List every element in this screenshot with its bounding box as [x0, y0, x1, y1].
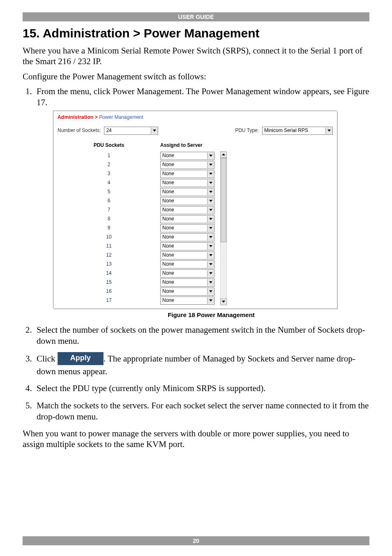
column-header-assigned-to-server: Assignd to Server [160, 142, 242, 149]
step-2-text: Select the number of sockets on the powe… [37, 325, 365, 346]
table-row: 9None [58, 224, 218, 233]
step-1-text: From the menu, click Power Management. T… [37, 86, 369, 107]
table-row: 17None [58, 296, 218, 305]
chevron-down-icon [207, 225, 214, 232]
scroll-thumb[interactable] [221, 158, 226, 242]
closing-paragraph: When you want to power manage the server… [23, 428, 369, 450]
steps-list: From the menu, click Power Management. T… [23, 86, 369, 422]
assigned-server-select[interactable]: None [160, 152, 214, 160]
scroll-up-button[interactable] [220, 151, 227, 158]
step-2: Select the number of sockets on the powe… [34, 324, 369, 347]
step-1: From the menu, click Power Management. T… [34, 86, 369, 319]
step-4: Select the PDU type (currently only Mini… [34, 383, 369, 394]
socket-number: 3 [58, 171, 160, 177]
socket-number: 11 [58, 243, 160, 250]
page-number: 20 [193, 537, 199, 544]
table-row: 6None [58, 197, 218, 206]
assigned-server-select[interactable]: None [160, 278, 214, 287]
table-row: 7None [58, 206, 218, 215]
assigned-server-select[interactable]: None [160, 233, 214, 241]
scrollbar[interactable] [220, 151, 227, 305]
intro-paragraph-2: Configure the Power Management switch as… [23, 71, 369, 82]
number-of-sockets-value: 24 [104, 127, 151, 134]
step-5-text: Match the sockets to the servers. For ea… [37, 401, 369, 422]
step-5: Match the sockets to the servers. For ea… [34, 400, 369, 423]
pdu-type-value: Minicom Serial RPS [263, 127, 325, 134]
scroll-down-button[interactable] [220, 299, 227, 305]
table-row: 15None [58, 278, 218, 287]
assigned-server-select[interactable]: None [160, 269, 214, 278]
assigned-server-select[interactable]: None [160, 224, 214, 232]
table-row: 11None [58, 242, 218, 251]
figure-caption: Figure 18 Power Management [53, 311, 369, 319]
table-row: 5None [58, 188, 218, 197]
breadcrumb: Administration > Power Management [58, 113, 333, 127]
header-title: USER GUIDE [178, 14, 214, 20]
assigned-server-select[interactable]: None [160, 287, 214, 296]
number-of-sockets-select[interactable]: 24 [104, 127, 158, 135]
scroll-track[interactable] [220, 158, 227, 299]
assigned-server-value: None [161, 252, 207, 259]
table-row: 14None [58, 269, 218, 278]
assigned-server-value: None [161, 288, 207, 295]
assigned-server-select[interactable]: None [160, 179, 214, 187]
assigned-server-value: None [161, 261, 207, 268]
socket-number: 5 [58, 189, 160, 195]
socket-number: 17 [58, 297, 160, 304]
assigned-server-value: None [161, 180, 207, 186]
assigned-server-value: None [161, 153, 207, 159]
assigned-server-select[interactable]: None [160, 206, 214, 214]
breadcrumb-power-management: Power Management [99, 114, 143, 120]
assigned-server-value: None [161, 297, 207, 304]
section-heading: 15. Administration > Power Management [23, 26, 369, 40]
chevron-down-icon [207, 243, 214, 250]
table-row: 16None [58, 287, 218, 296]
socket-number: 8 [58, 216, 160, 222]
assigned-server-select[interactable]: None [160, 161, 214, 169]
assigned-server-select[interactable]: None [160, 170, 214, 178]
table-row: 3None [58, 169, 218, 178]
socket-number: 4 [58, 180, 160, 186]
step-4-text: Select the PDU type (currently only Mini… [37, 383, 266, 393]
chevron-down-icon [207, 216, 214, 222]
assigned-server-value: None [161, 225, 207, 232]
assigned-server-select[interactable]: None [160, 260, 214, 269]
socket-number: 2 [58, 162, 160, 168]
assigned-server-select[interactable]: None [160, 197, 214, 205]
chevron-down-icon [207, 189, 214, 195]
assigned-server-select[interactable]: None [160, 297, 214, 305]
socket-number: 12 [58, 252, 160, 259]
socket-number: 7 [58, 207, 160, 213]
figure-18: Administration > Power Management Number… [53, 111, 369, 319]
chevron-down-icon [222, 301, 225, 303]
chevron-down-icon [207, 198, 214, 204]
apply-button[interactable]: Apply [58, 352, 104, 365]
assigned-server-select[interactable]: None [160, 242, 214, 250]
pdu-type-select[interactable]: Minicom Serial RPS [262, 127, 333, 135]
chevron-up-icon [222, 153, 225, 155]
column-header-pdu-sockets: PDU Sockets [58, 142, 160, 149]
socket-number: 13 [58, 261, 160, 268]
chevron-down-icon [207, 180, 214, 186]
assigned-server-select[interactable]: None [160, 251, 214, 259]
header-bar: USER GUIDE [23, 12, 369, 21]
socket-number: 14 [58, 270, 160, 277]
socket-number: 10 [58, 234, 160, 241]
footer-bar: 20 [23, 536, 369, 545]
chevron-down-icon [207, 279, 214, 286]
table-row: 2None [58, 160, 218, 169]
intro-paragraph-1: Where you have a Minicom Serial Remote P… [23, 45, 369, 67]
chevron-down-icon [207, 171, 214, 177]
chevron-down-icon [207, 252, 214, 259]
table-row: 4None [58, 178, 218, 188]
step-3: Click Apply. The appropriate number of M… [34, 353, 369, 378]
assigned-server-value: None [161, 216, 207, 222]
assigned-server-select[interactable]: None [160, 215, 214, 223]
assigned-server-select[interactable]: None [160, 188, 214, 196]
table-row: 13None [58, 260, 218, 269]
assigned-server-value: None [161, 279, 207, 286]
socket-number: 6 [58, 198, 160, 204]
chevron-down-icon [207, 153, 214, 159]
table-row: 8None [58, 215, 218, 224]
chevron-down-icon [207, 207, 214, 213]
